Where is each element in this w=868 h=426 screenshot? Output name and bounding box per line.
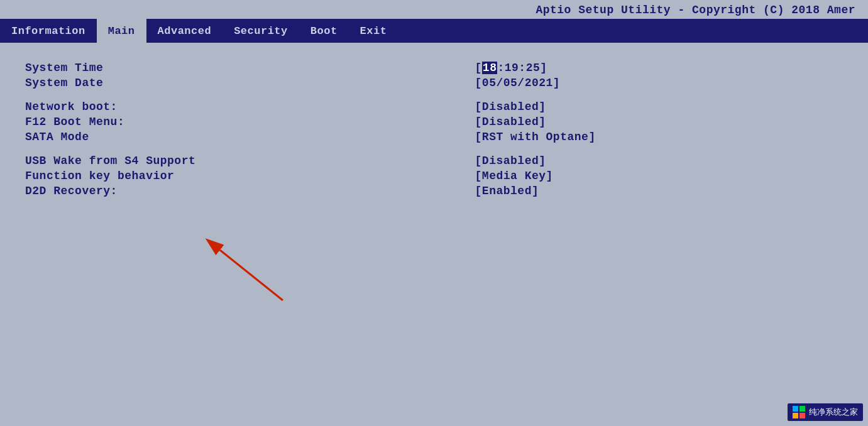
nav-item-security[interactable]: Security	[222, 19, 299, 43]
nav-item-exit[interactable]: Exit	[349, 19, 398, 43]
watermark: 纯净系统之家	[788, 403, 863, 421]
function-key-label: Function key behavior	[25, 170, 475, 182]
nav-item-information[interactable]: Information	[0, 19, 97, 43]
network-boot-row: Network boot: [Disabled]	[25, 101, 843, 113]
d2d-recovery-label: D2D Recovery:	[25, 185, 475, 197]
arrow-annotation	[201, 238, 302, 316]
function-key-row: Function key behavior [Media Key]	[25, 170, 843, 182]
system-date-value[interactable]: [05/05/2021]	[475, 77, 843, 89]
f12-boot-menu-label: F12 Boot Menu:	[25, 116, 475, 128]
nav-item-boot[interactable]: Boot	[299, 19, 349, 43]
main-content: System Time [18:19:25] System Date [05/0…	[0, 43, 868, 422]
svg-rect-2	[793, 406, 798, 412]
title-bar: Aptio Setup Utility - Copyright (C) 2018…	[0, 0, 868, 19]
sata-mode-label: SATA Mode	[25, 131, 475, 143]
sata-mode-value[interactable]: [RST with Optane]	[475, 131, 843, 143]
system-time-label: System Time	[25, 62, 475, 74]
system-time-hour[interactable]: 18	[482, 62, 498, 74]
function-key-value[interactable]: [Media Key]	[475, 170, 843, 182]
system-time-value[interactable]: [18:19:25]	[475, 62, 843, 74]
f12-boot-menu-row: F12 Boot Menu: [Disabled]	[25, 116, 843, 128]
system-date-label: System Date	[25, 77, 475, 89]
svg-rect-3	[799, 406, 805, 412]
sata-mode-row: SATA Mode [RST with Optane]	[25, 131, 843, 143]
svg-rect-5	[799, 413, 805, 418]
usb-wake-value[interactable]: [Disabled]	[475, 155, 843, 167]
system-time-row: System Time [18:19:25]	[25, 62, 843, 74]
nav-item-advanced[interactable]: Advanced	[146, 19, 223, 43]
network-boot-label: Network boot:	[25, 101, 475, 113]
d2d-recovery-value[interactable]: [Enabled]	[475, 185, 843, 197]
usb-wake-label: USB Wake from S4 Support	[25, 155, 475, 167]
f12-boot-menu-value[interactable]: [Disabled]	[475, 116, 843, 128]
svg-line-1	[220, 250, 283, 300]
watermark-icon	[793, 406, 805, 418]
nav-bar: Information Main Advanced Security Boot …	[0, 19, 868, 43]
network-boot-value[interactable]: [Disabled]	[475, 101, 843, 113]
d2d-recovery-row: D2D Recovery: [Enabled]	[25, 185, 843, 197]
usb-wake-row: USB Wake from S4 Support [Disabled]	[25, 155, 843, 167]
system-date-row: System Date [05/05/2021]	[25, 77, 843, 89]
nav-item-main[interactable]: Main	[97, 19, 146, 43]
settings-table: System Time [18:19:25] System Date [05/0…	[25, 62, 843, 197]
watermark-text: 纯净系统之家	[809, 407, 858, 418]
svg-rect-4	[793, 413, 798, 418]
